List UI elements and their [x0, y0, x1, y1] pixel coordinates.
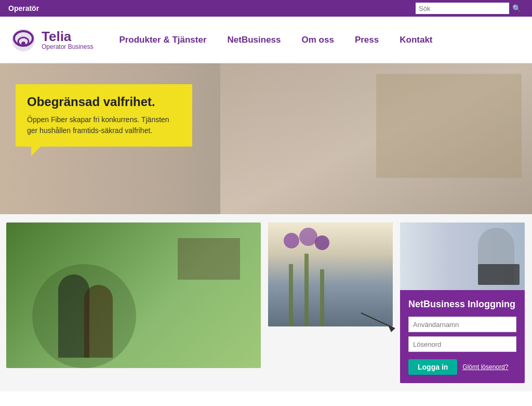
- search-icon: 🔍: [512, 4, 521, 12]
- nav-link-kontakt[interactable]: Kontakt: [400, 35, 432, 45]
- nav-link-netbusiness[interactable]: NetBusiness: [228, 35, 281, 45]
- card-person: [400, 222, 525, 290]
- login-panel: NetBusiness Inloggning Logga in Glömt lö…: [400, 290, 525, 383]
- top-bar: Operatör 🔍: [0, 0, 532, 17]
- card-couple: [6, 222, 261, 368]
- arrow-annotation: [356, 308, 403, 334]
- search-input[interactable]: [416, 3, 509, 14]
- telia-logo-icon: [10, 27, 36, 53]
- username-field[interactable]: [408, 317, 516, 332]
- forgot-password-link[interactable]: Glömt lösenord?: [462, 363, 508, 371]
- laptop-silhouette: [478, 264, 520, 285]
- card-person-image: [400, 222, 525, 290]
- card-right: NetBusiness Inloggning Logga in Glömt lö…: [400, 222, 525, 383]
- logo-text: Telia Operator Business: [42, 30, 93, 50]
- nav-link-produkter[interactable]: Produkter & Tjänster: [119, 35, 206, 45]
- flower-head-1: [284, 233, 299, 248]
- flower-head-3: [315, 235, 329, 250]
- hero-section: Obegränsad valfrihet. Öppen Fiber skapar…: [0, 63, 532, 214]
- logo-name: Telia: [42, 30, 93, 43]
- login-button[interactable]: Logga in: [408, 359, 457, 375]
- logo-subtitle: Operator Business: [42, 43, 93, 50]
- top-bar-title: Operatör: [8, 4, 39, 12]
- content-area: NetBusiness Inloggning Logga in Glömt lö…: [0, 214, 532, 391]
- svg-point-3: [21, 42, 25, 46]
- hero-callout: Obegränsad valfrihet. Öppen Fiber skapar…: [16, 84, 192, 147]
- flower-stem-3: [320, 269, 324, 326]
- hero-text: Öppen Fiber skapar fri konkurrens. Tjäns…: [27, 114, 181, 136]
- flower-stem-1: [289, 264, 293, 326]
- password-field[interactable]: [408, 336, 516, 352]
- house-silhouette: [178, 238, 240, 280]
- hero-title: Obegränsad valfrihet.: [27, 95, 181, 109]
- nav-link-press[interactable]: Press: [355, 35, 379, 45]
- login-title: NetBusiness Inloggning: [408, 298, 516, 310]
- search-button[interactable]: 🔍: [509, 3, 524, 14]
- search-wrapper: 🔍: [416, 3, 524, 14]
- login-actions: Logga in Glömt lösenord?: [408, 359, 516, 375]
- nav-bar: Telia Operator Business Produkter & Tjän…: [0, 17, 532, 63]
- person-silhouette-2: [84, 285, 113, 358]
- flower-stem-2: [304, 254, 309, 326]
- hero-building: [376, 74, 522, 178]
- nav-links: Produkter & Tjänster NetBusiness Om oss …: [119, 35, 432, 45]
- logo-area: Telia Operator Business: [10, 27, 93, 53]
- nav-link-om-oss[interactable]: Om oss: [302, 35, 334, 45]
